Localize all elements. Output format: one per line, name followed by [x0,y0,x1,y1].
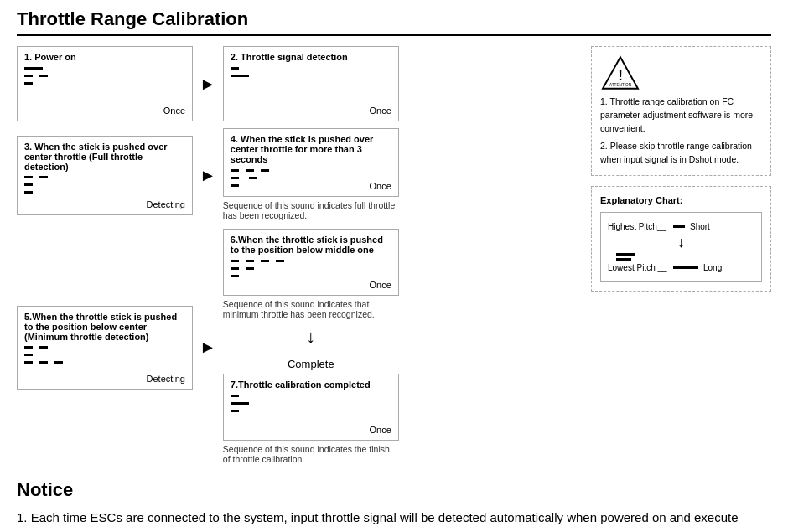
step5-title: 5.When the throttle stick is pushed to t… [24,312,185,342]
step5-box: 5.When the throttle stick is pushed to t… [17,306,193,390]
notice-title: Notice [17,479,771,501]
step1-label: Once [163,106,185,116]
right-column: ! ATTENTION 1. Throttle range calibratio… [591,46,771,466]
step7-box: 7.Throttle calibration completed Once [223,374,399,441]
svg-text:ATTENTION: ATTENTION [609,83,631,87]
notice-section: Notice 1. Each time ESCs are connected t… [17,479,771,532]
svg-text:!: ! [618,68,623,84]
attention-icon: ! ATTENTION [600,55,640,90]
step1-box: 1. Power on Once [17,46,193,121]
complete-label: Complete [223,353,399,372]
step2-label: Once [370,106,391,116]
pitch-mid-line1 [616,253,635,256]
pitch-chart: Highest Pitch__ Short ↓ Lowest Pitch __ … [600,212,762,282]
step4-note: Sequence of this sound indicates full th… [223,199,399,222]
arrow-6to7: ↓ [223,323,399,351]
notice-line1: 1. Each time ESCs are connected to the s… [17,510,739,532]
row3-steps: 5.When the throttle stick is pushed to t… [17,229,578,466]
step4-label: Once [370,181,391,191]
lowest-pitch-row: Lowest Pitch __ Long [608,263,754,272]
main-layout: 1. Power on Once ► 2. Throttle signal de… [17,46,771,466]
step7-label: Once [370,425,391,435]
step4-box: 4. When the stick is pushed over center … [223,128,399,197]
pitch-arrow: ↓ [608,234,754,251]
pitch-long-bar [673,266,698,269]
page-title: Throttle Range Calibration [17,8,771,36]
step4-title: 4. When the stick is pushed over center … [231,134,391,164]
arrow-3to4: ► [196,166,220,185]
explanatory-box: Explanatory Chart: Highest Pitch__ Short… [591,186,771,292]
left-column: 1. Power on Once ► 2. Throttle signal de… [17,46,578,466]
step1-title: 1. Power on [24,52,185,62]
short-label: Short [690,222,710,231]
step6-label: Once [370,280,391,290]
step6-note: Sequence of this sound indicates that mi… [223,297,399,321]
pitch-short-bar [673,225,685,228]
step3-box: 3. When the stick is pushed over center … [17,136,193,215]
step6-title: 6.When the throttle stick is pushed to t… [231,235,391,255]
attention-text1: 1. Throttle range calibration on FC para… [600,96,762,135]
step4-signals [231,168,391,188]
arrow-5to6: ► [196,338,220,357]
step6-signals [231,258,391,278]
attention-box: ! ATTENTION 1. Throttle range calibratio… [591,46,771,176]
lowest-pitch-label: Lowest Pitch __ [608,263,668,272]
long-label: Long [703,263,722,272]
step2-signals [231,65,391,85]
step7-signals [231,393,391,413]
notice-text: 1. Each time ESCs are connected to the s… [17,508,771,532]
step2-box: 2. Throttle signal detection Once [223,46,399,121]
step7-title: 7.Throttle calibration completed [231,380,391,390]
pitch-mid-rows [608,253,754,261]
row1-steps: 1. Power on Once ► 2. Throttle signal de… [17,46,578,121]
step5-signals [24,345,185,365]
step6-box: 6.When the throttle stick is pushed to t… [223,229,399,296]
arrow-1to2: ► [196,75,220,94]
step7-note: Sequence of this sound indicates the fin… [223,442,399,466]
attention-text2: 2. Please skip throttle range calibratio… [600,140,762,167]
highest-pitch-row: Highest Pitch__ Short [608,222,754,231]
pitch-mid-line2 [616,258,631,261]
step5-label: Detecting [147,374,185,384]
step3-title: 3. When the stick is pushed over center … [24,142,185,172]
step2-title: 2. Throttle signal detection [231,52,391,62]
attention-header: ! ATTENTION [600,55,762,90]
highest-pitch-label: Highest Pitch__ [608,222,668,231]
step3-label: Detecting [147,199,185,209]
step3-signals [24,175,185,195]
step1-signals [24,65,185,85]
explanatory-title: Explanatory Chart: [600,195,762,205]
row2-steps: 3. When the stick is pushed over center … [17,128,578,222]
